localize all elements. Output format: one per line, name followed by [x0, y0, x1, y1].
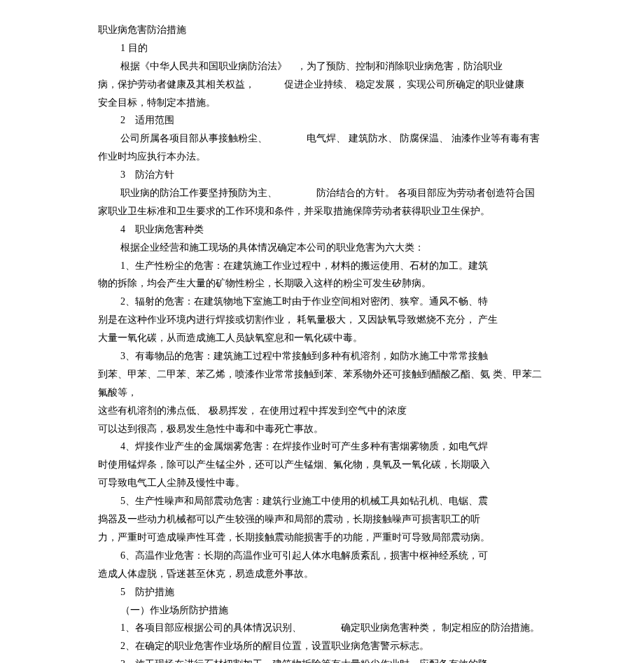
section-4-item1a: 1、生产性粉尘的危害：在建筑施工作业过程中，材料的搬运使用、石材的加工。建筑 — [98, 257, 546, 275]
section-4-item4b: 时使用锰焊条，除可以产生锰尘外，还可以产生锰烟、氟化物，臭氧及一氧化碳，长期吸入 — [98, 456, 546, 474]
section-5-head: 5 防护措施 — [98, 583, 546, 601]
section-4-item2c: 大量一氧化碳，从而造成施工人员缺氧窒息和一氧化碳中毒。 — [98, 329, 546, 347]
section-4-item6b: 造成人体虚脱，昏迷甚至休克，易造成意外事故。 — [98, 565, 546, 583]
section-4-item2b: 别是在这种作业环境内进行焊接或切割作业， 耗氧量极大， 又因缺氧导致燃烧不充分，… — [98, 311, 546, 329]
section-4-item5a: 5、生产性噪声和局部震动危害：建筑行业施工中使用的机械工具如钻孔机、电锯、震 — [98, 492, 546, 510]
section-5-item1: 1、各项目部应根据公司的具体情况识别、 确定职业病危害种类， 制定相应的防治措施… — [98, 619, 546, 637]
section-4-item6a: 6、高温作业危害：长期的高温作业可引起人体水电解质紊乱，损害中枢神经系统，可 — [98, 547, 546, 565]
section-2-head: 2 适用范围 — [98, 111, 546, 130]
section-5-item3a: 3、施工现场在进行石材切割加工、建筑物拆除等有大量粉尘作业时，应配备有效的降 — [98, 655, 546, 663]
section-4-item2a: 2、辐射的危害：在建筑物地下室施工时由于作业空间相对密闭、狭窄。通风不畅、特 — [98, 293, 546, 311]
section-4-item3d: 可以达到很高，极易发生急性中毒和中毒死亡事故。 — [98, 420, 546, 438]
document-title: 职业病危害防治措施 — [98, 21, 546, 39]
section-4-item3b: 到苯、甲苯、二甲苯、苯乙烯，喷漆作业常常接触到苯、苯系物外还可接触到醋酸乙酯、氨… — [98, 365, 546, 402]
section-4-item4c: 可导致电气工人尘肺及慢性中毒。 — [98, 474, 546, 492]
section-1-p1: 根据《中华人民共和国职业病防治法》 ，为了预防、控制和消除职业病危害，防治职业 — [98, 57, 546, 76]
section-1-head: 1 目的 — [98, 39, 546, 57]
section-4-intro: 根据企业经营和施工现场的具体情况确定本公司的职业危害为六大类： — [98, 239, 546, 257]
section-2-p1: 公司所属各项目部从事接触粉尘、 电气焊、 建筑防水、 防腐保温、 油漆作业等有毒… — [98, 130, 546, 148]
section-4-item3c: 这些有机溶剂的沸点低、 极易挥发， 在使用过程中挥发到空气中的浓度 — [98, 402, 546, 420]
section-4-item5b: 捣器及一些动力机械都可以产生较强的噪声和局部的震动，长期接触噪声可损害职工的听 — [98, 510, 546, 529]
section-1-p2: 病，保护劳动者健康及其相关权益， 促进企业持续、 稳定发展， 实现公司所确定的职… — [98, 76, 546, 94]
section-4-item4a: 4、焊接作业产生的金属烟雾危害：在焊接作业时可产生多种有害烟雾物质，如电气焊 — [98, 438, 546, 456]
section-4-item1b: 物的拆除，均会产生大量的矿物性粉尘，长期吸入这样的粉尘可发生矽肺病。 — [98, 274, 546, 293]
section-4-item3a: 3、有毒物品的危害：建筑施工过程中常接触到多种有机溶剂，如防水施工中常常接触 — [98, 347, 546, 365]
section-5-item2: 2、在确定的职业危害作业场所的醒目位置，设置职业病危害警示标志。 — [98, 637, 546, 655]
section-1-p3: 安全目标，特制定本措施。 — [98, 94, 546, 112]
section-5-sub: （一）作业场所防护措施 — [98, 601, 546, 620]
section-3-head: 3 防治方针 — [98, 166, 546, 184]
section-3-p2: 家职业卫生标准和卫生要求的工作环境和条件，并采取措施保障劳动者获得职业卫生保护。 — [98, 202, 546, 221]
section-3-p1: 职业病的防治工作要坚持预防为主、 防治结合的方针。 各项目部应为劳动者创造符合国 — [98, 184, 546, 202]
section-4-item5c: 力，严重时可造成噪声性耳聋，长期接触震动能损害手的功能，严重时可导致局部震动病。 — [98, 529, 546, 547]
section-4-head: 4 职业病危害种类 — [98, 221, 546, 239]
section-2-p2: 作业时均应执行本办法。 — [98, 148, 546, 166]
